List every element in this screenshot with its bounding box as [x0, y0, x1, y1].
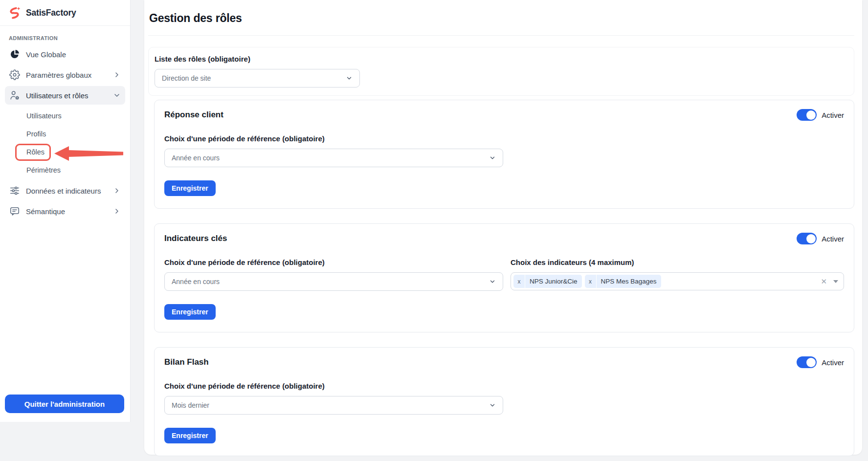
sidebar-item-utilisateurs-et-roles[interactable]: Utilisateurs et rôles	[5, 86, 125, 105]
chevron-right-icon	[113, 207, 121, 215]
sidebar-item-label: Utilisateurs	[26, 112, 62, 120]
sidebar-item-label: Utilisateurs et rôles	[26, 91, 89, 100]
pie-chart-icon	[9, 49, 20, 60]
roles-list-label: Liste des rôles (obligatoire)	[155, 55, 848, 63]
sidebar-item-label: Sémantique	[26, 207, 65, 216]
activer-toggle[interactable]	[797, 109, 817, 121]
sidebar-item-donnees-et-indicateurs[interactable]: Données et indicateurs	[5, 181, 125, 200]
sidebar-subitem-profils[interactable]: Profils	[5, 125, 125, 143]
card-reponse-client: Réponse client Activer Choix d'une pério…	[154, 100, 854, 209]
sidebar-item-parametres-globaux[interactable]: Paramètres globaux	[5, 66, 125, 84]
sidebar-item-label: Périmètres	[26, 166, 61, 174]
period-select-value: Année en cours	[172, 154, 220, 162]
sidebar: SatisFactory ADMINISTRATION Vue Globale …	[0, 0, 131, 422]
tag-label: NPS Mes Bagages	[597, 275, 661, 288]
save-button[interactable]: Enregistrer	[164, 180, 216, 196]
brand-header: SatisFactory	[0, 0, 130, 26]
period-select[interactable]: Mois dernier	[164, 396, 503, 415]
card-title: Indicateurs clés	[164, 234, 227, 243]
sidebar-item-vue-globale[interactable]: Vue Globale	[5, 45, 125, 64]
roles-select-value: Direction de site	[162, 74, 211, 82]
chevron-down-icon	[489, 278, 496, 285]
tag-label: NPS Junior&Cie	[525, 275, 582, 288]
period-label: Choix d'une période de référence (obliga…	[164, 382, 844, 390]
period-select[interactable]: Année en cours	[164, 272, 503, 291]
indicators-label: Choix des indicateurs (4 maximum)	[511, 258, 844, 266]
sidebar-item-semantique[interactable]: Sémantique	[5, 202, 125, 220]
quit-administration-button[interactable]: Quitter l'administration	[5, 395, 124, 413]
toggle-label: Activer	[822, 358, 844, 367]
remove-tag-icon[interactable]: x	[585, 275, 597, 288]
card-title: Réponse client	[164, 110, 223, 120]
sidebar-item-label: Données et indicateurs	[26, 187, 101, 195]
period-label: Choix d'une période de référence (obliga…	[164, 134, 844, 143]
activer-toggle[interactable]	[797, 233, 817, 244]
message-lines-icon	[9, 206, 20, 217]
brand-logo-icon	[8, 6, 21, 20]
sidebar-item-label: Vue Globale	[26, 50, 66, 59]
sidebar-nav: ADMINISTRATION Vue Globale Paramètres gl…	[0, 35, 130, 220]
chevron-down-icon	[489, 402, 496, 409]
save-button[interactable]: Enregistrer	[164, 428, 216, 443]
card-bilan-flash: Bilan Flash Activer Choix d'une période …	[154, 347, 854, 456]
chevron-down-icon	[489, 154, 496, 161]
main-area: Gestion des rôles Liste des rôles (oblig…	[131, 0, 868, 461]
sidebar-subitem-utilisateurs[interactable]: Utilisateurs	[5, 107, 125, 125]
content-panel: Gestion des rôles Liste des rôles (oblig…	[144, 0, 862, 455]
period-select-value: Année en cours	[172, 278, 220, 285]
activer-toggle[interactable]	[797, 356, 817, 368]
period-select[interactable]: Année en cours	[164, 149, 503, 167]
sidebar-item-label: Profils	[26, 130, 46, 138]
roles-select[interactable]: Direction de site	[155, 69, 360, 88]
indicator-tag: x NPS Mes Bagages	[585, 275, 661, 288]
card-title: Bilan Flash	[164, 357, 209, 367]
chevron-down-icon	[346, 75, 353, 82]
clear-all-icon[interactable]: ✕	[821, 278, 827, 285]
sidebar-subitem-perimetres[interactable]: Périmètres	[5, 161, 125, 179]
toggle-label: Activer	[822, 235, 844, 243]
indicators-multiselect[interactable]: x NPS Junior&Cie x NPS Mes Bagages ✕	[511, 272, 844, 290]
gear-icon	[9, 69, 20, 80]
sidebar-subitem-roles[interactable]: Rôles	[5, 143, 125, 161]
page-title: Gestion des rôles	[149, 12, 854, 25]
indicator-tag: x NPS Junior&Cie	[513, 275, 582, 288]
period-label: Choix d'une période de référence (obliga…	[164, 258, 503, 266]
save-button[interactable]: Enregistrer	[164, 304, 216, 320]
roles-list-section: Liste des rôles (obligatoire) Direction …	[148, 47, 854, 96]
chevron-right-icon	[113, 71, 121, 79]
period-select-value: Mois dernier	[172, 401, 209, 409]
chevron-right-icon	[113, 187, 121, 195]
nav-section-label: ADMINISTRATION	[9, 35, 121, 41]
brand-name: SatisFactory	[26, 8, 76, 18]
toggle-label: Activer	[822, 111, 844, 119]
chevron-down-icon	[113, 91, 121, 99]
card-indicateurs-cles: Indicateurs clés Activer Choix d'une pér…	[154, 223, 854, 332]
remove-tag-icon[interactable]: x	[513, 275, 525, 288]
page-header: Gestion des rôles	[148, 0, 854, 36]
sidebar-item-label: Paramètres globaux	[26, 71, 91, 79]
sliders-icon	[9, 185, 20, 196]
user-gear-icon	[9, 90, 20, 101]
dropdown-arrow-icon[interactable]	[833, 280, 838, 283]
sidebar-item-label: Rôles	[26, 148, 45, 156]
